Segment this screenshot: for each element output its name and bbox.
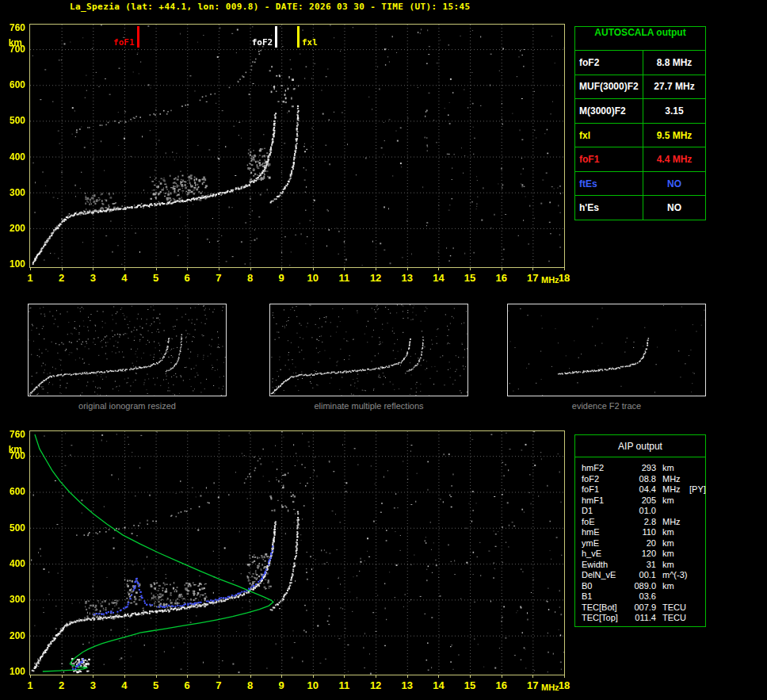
aip-row-note: [PY] [689, 484, 707, 495]
bottom-x-tick-mark [93, 675, 93, 678]
marker-foF2-label: foF2 [252, 37, 273, 48]
top-y-tick-label: 400 [3, 151, 25, 163]
aip-row-note [689, 517, 703, 528]
top-x-tick-mark [470, 268, 471, 270]
aip-row-note [689, 506, 703, 517]
top-x-tick-label: 2 [52, 272, 71, 284]
top-x-tick-label: 3 [83, 272, 102, 284]
panel-caption-original: original ionogram resized [28, 401, 227, 411]
autoscala-row: fxl9.5 MHz [575, 124, 705, 148]
aip-row-label: TEC[Bot] [582, 602, 628, 614]
bottom-y-tick-label: 600 [3, 486, 25, 497]
panel-original-ionogram [28, 304, 227, 396]
aip-rows: hmF2293kmfoF208.8MHzfoF104.4MHz[PY]hmF12… [575, 457, 705, 624]
aip-row-unit [656, 506, 689, 517]
top-y-tick-label: 760 [3, 22, 25, 33]
top-x-tick-label: 5 [147, 272, 166, 284]
top-y-tick-label: 100 [3, 258, 25, 270]
top-x-tick-mark [219, 268, 219, 270]
bottom-x-tick-mark [470, 675, 471, 678]
aip-panel: AIP output hmF2293kmfoF208.8MHzfoF104.4M… [574, 434, 706, 627]
bottom-x-tick-label: 2 [52, 679, 71, 691]
aip-row-note [689, 613, 703, 624]
aip-row-note [689, 527, 703, 538]
autoscala-row-label: foF1 [575, 147, 643, 171]
autoscala-row-value: NO [643, 196, 705, 220]
top-x-tick-mark [187, 268, 188, 270]
bottom-x-tick-mark [438, 675, 439, 678]
top-x-tick-mark [124, 268, 125, 270]
aip-row-unit: m^(-3) [656, 570, 689, 581]
aip-row-label: h_vE [582, 549, 628, 560]
aip-row-note [689, 463, 703, 474]
bottom-x-tick-label: 17 [523, 679, 542, 691]
bottom-x-tick-label: 11 [334, 679, 353, 691]
aip-row-note [689, 474, 703, 485]
bottom-x-tick-label: 14 [429, 679, 448, 691]
bottom-y-tick-label: 500 [3, 522, 25, 534]
aip-row: TEC[Bot]007.9TECU [582, 602, 703, 614]
aip-row: foF208.8MHz [582, 474, 703, 485]
bottom-x-tick-mark [250, 675, 251, 678]
bottom-x-tick-label: 10 [303, 679, 322, 691]
panel-evidence-f2 [507, 304, 706, 396]
aip-row-note [689, 591, 703, 602]
top-x-tick-mark [532, 268, 533, 270]
bottom-ionogram-canvas [30, 431, 564, 675]
top-x-tick-label: 9 [272, 272, 291, 284]
bottom-x-tick-label: 8 [241, 679, 260, 691]
aip-row-label: B0 [582, 581, 628, 592]
marker-foF2-line [275, 26, 277, 48]
aip-row-label: foF2 [582, 474, 628, 485]
aip-row: foE2.8MHz [582, 517, 703, 528]
aip-row-note [689, 549, 703, 560]
aip-row-note [689, 538, 703, 549]
bottom-x-tick-label: 1 [21, 679, 40, 691]
top-x-tick-label: 16 [492, 272, 511, 284]
aip-row-value: 007.9 [628, 602, 656, 614]
aip-row-unit [656, 591, 689, 602]
aip-row-value: 293 [628, 463, 656, 474]
top-x-tick-mark [93, 268, 93, 270]
bottom-x-tick-mark [281, 675, 282, 678]
top-x-tick-label: 1 [21, 272, 40, 284]
top-x-tick-mark [376, 268, 376, 270]
autoscala-row: h'EsNO [575, 196, 705, 220]
autoscala-row-label: h'Es [575, 196, 643, 220]
autoscala-row-value: 8.8 MHz [643, 51, 705, 75]
bottom-x-tick-label: 3 [83, 679, 102, 691]
aip-row: h_vE120km [582, 549, 703, 560]
marker-foF1-line [137, 26, 139, 48]
aip-row-unit: km [656, 549, 689, 560]
bottom-x-tick-mark [30, 675, 31, 678]
aip-row-unit: km [656, 495, 689, 507]
aip-row-label: D1 [582, 506, 628, 517]
bottom-x-tick-mark [532, 675, 533, 678]
aip-row: Ewidth31km [582, 560, 703, 571]
aip-row-value: 31 [628, 560, 656, 571]
top-x-tick-label: 15 [460, 272, 479, 284]
bottom-x-tick-label: 16 [492, 679, 511, 691]
bottom-x-tick-mark [502, 675, 502, 678]
autoscala-row-label: ftEs [575, 172, 643, 196]
aip-row-label: Ewidth [582, 560, 628, 571]
aip-row-value: 00.1 [628, 570, 656, 581]
autoscala-row-value: 27.7 MHz [643, 75, 705, 99]
aip-row-value: 089.0 [628, 581, 656, 592]
aip-row-note [689, 602, 703, 614]
aip-row: B103.6 [582, 591, 703, 602]
top-x-tick-mark [313, 268, 314, 270]
aip-row-unit: TECU [656, 602, 689, 614]
bottom-x-tick-mark [156, 675, 157, 678]
bottom-x-tick-label: 12 [366, 679, 385, 691]
bottom-x-tick-label: 13 [398, 679, 417, 691]
autoscala-row: MUF(3000)F227.7 MHz [575, 75, 705, 100]
autoscala-row-label: fxl [575, 124, 643, 147]
aip-row: hmF1205km [582, 495, 703, 507]
aip-row-unit: km [656, 560, 689, 571]
bottom-ionogram-plot [29, 430, 565, 675]
aip-row-value: 01.0 [628, 506, 656, 517]
bottom-y-unit-label: km [3, 444, 22, 455]
aip-row: ymE20km [582, 538, 703, 549]
top-ionogram-canvas [30, 25, 564, 267]
